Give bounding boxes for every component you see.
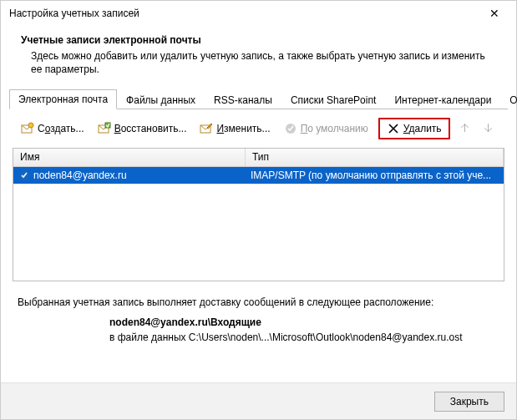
tab-internet-calendars[interactable]: Интернет-календари bbox=[385, 90, 500, 109]
new-mail-icon bbox=[21, 122, 34, 135]
grid-header: Имя Тип bbox=[13, 149, 504, 167]
cell-name: noden84@yandex.ru bbox=[13, 170, 246, 181]
tab-label: Опублико bbox=[509, 94, 517, 106]
header-description: Здесь можно добавить или удалить учетную… bbox=[21, 49, 496, 76]
tab-label: Списки SharePoint bbox=[291, 94, 377, 106]
cell-type: IMAP/SMTP (по умолчанию отправлять с это… bbox=[246, 170, 504, 181]
set-default-button: По умолчанию bbox=[281, 120, 372, 137]
account-name: noden84@yandex.ru bbox=[33, 170, 127, 181]
button-label: Создать... bbox=[38, 123, 84, 134]
column-type[interactable]: Тип bbox=[246, 149, 504, 166]
tab-label: RSS-каналы bbox=[214, 94, 272, 106]
restore-button[interactable]: Восстановить... bbox=[94, 120, 190, 137]
edit-icon bbox=[200, 122, 213, 135]
default-check-icon bbox=[18, 170, 30, 181]
edit-button[interactable]: Изменить... bbox=[196, 120, 273, 137]
close-icon[interactable]: ✕ bbox=[478, 7, 511, 20]
tab-rss[interactable]: RSS-каналы bbox=[205, 90, 281, 109]
tab-label: Электронная почта bbox=[18, 94, 108, 105]
toolbar: Создать... Восстановить... Изменить... П… bbox=[9, 113, 508, 144]
tab-published[interactable]: Опублико bbox=[500, 90, 517, 109]
tab-label: Файлы данных bbox=[126, 94, 195, 106]
delivery-info: Выбранная учетная запись выполняет доста… bbox=[18, 296, 499, 343]
tab-email[interactable]: Электронная почта bbox=[9, 89, 117, 109]
table-row[interactable]: noden84@yandex.ru IMAP/SMTP (по умолчани… bbox=[13, 167, 504, 184]
delivery-path: в файле данных C:\Users\noden\...\Micros… bbox=[18, 331, 499, 343]
tab-label: Интернет-календари bbox=[394, 94, 491, 106]
create-button[interactable]: Создать... bbox=[18, 120, 88, 137]
dialog-footer: Закрыть bbox=[1, 382, 516, 419]
delivery-intro: Выбранная учетная запись выполняет доста… bbox=[18, 296, 499, 308]
header-title: Учетные записи электронной почты bbox=[21, 34, 496, 46]
tab-sharepoint[interactable]: Списки SharePoint bbox=[281, 90, 386, 109]
check-circle-icon bbox=[284, 122, 297, 135]
window-title: Настройка учетных записей bbox=[9, 8, 478, 19]
delete-x-icon bbox=[387, 122, 400, 135]
restore-icon bbox=[98, 122, 111, 135]
account-settings-dialog: Настройка учетных записей ✕ Учетные запи… bbox=[0, 0, 517, 420]
header-block: Учетные записи электронной почты Здесь м… bbox=[1, 26, 516, 89]
delete-button[interactable]: Удалить bbox=[378, 118, 450, 139]
button-label: По умолчанию bbox=[301, 123, 368, 134]
column-name[interactable]: Имя bbox=[13, 149, 246, 166]
grid-body: noden84@yandex.ru IMAP/SMTP (по умолчани… bbox=[13, 167, 504, 281]
button-label: Удалить bbox=[403, 123, 442, 134]
button-label: Восстановить... bbox=[114, 123, 187, 134]
accounts-grid: Имя Тип noden84@yandex.ru IMAP/SMTP (по … bbox=[13, 148, 504, 281]
title-bar: Настройка учетных записей ✕ bbox=[1, 1, 516, 26]
tab-strip: Электронная почта Файлы данных RSS-канал… bbox=[9, 89, 508, 109]
svg-point-1 bbox=[28, 123, 33, 128]
move-down-icon: 🡣 bbox=[480, 123, 497, 134]
tab-data-files[interactable]: Файлы данных bbox=[117, 90, 205, 109]
button-label: Закрыть bbox=[450, 396, 489, 407]
delivery-folder: noden84@yandex.ru\Входящие bbox=[18, 316, 499, 328]
move-up-icon: 🡡 bbox=[457, 123, 474, 134]
close-button[interactable]: Закрыть bbox=[434, 392, 504, 412]
button-label: Изменить... bbox=[216, 123, 270, 134]
